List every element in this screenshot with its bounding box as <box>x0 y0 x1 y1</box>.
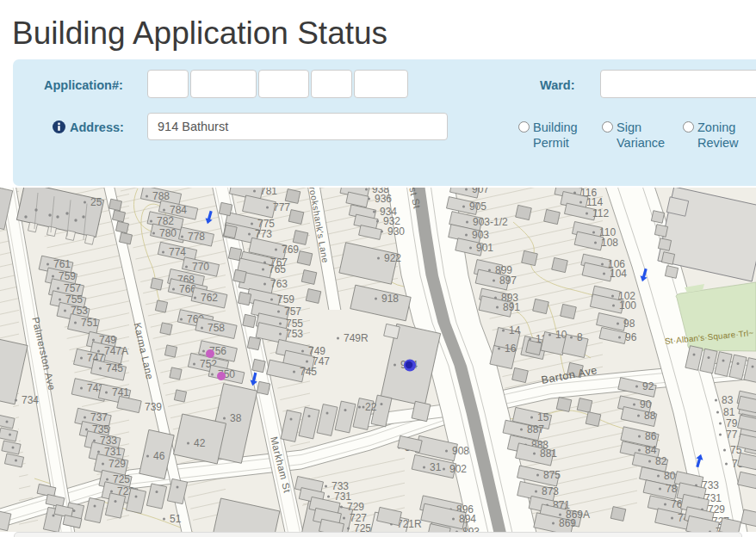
svg-text:84: 84 <box>645 444 657 456</box>
svg-text:907: 907 <box>472 188 489 195</box>
svg-text:14: 14 <box>509 324 521 336</box>
svg-text:739: 739 <box>145 401 162 413</box>
svg-text:90: 90 <box>640 398 652 410</box>
svg-text:78: 78 <box>666 483 678 495</box>
svg-text:22: 22 <box>365 401 377 413</box>
svg-text:729: 729 <box>347 501 364 513</box>
svg-text:759: 759 <box>277 293 294 306</box>
svg-text:31: 31 <box>430 461 442 473</box>
svg-text:112: 112 <box>592 207 609 219</box>
svg-text:747A: 747A <box>104 345 128 357</box>
svg-text:777: 777 <box>273 201 290 213</box>
svg-text:905: 905 <box>469 201 486 213</box>
svg-text:88: 88 <box>644 410 656 422</box>
svg-text:86: 86 <box>645 430 657 442</box>
svg-text:903-1/2: 903-1/2 <box>473 216 508 228</box>
svg-text:96: 96 <box>625 331 637 343</box>
svg-text:749R: 749R <box>344 332 369 344</box>
svg-text:930: 930 <box>387 225 405 238</box>
svg-text:79: 79 <box>726 417 738 429</box>
svg-text:108: 108 <box>601 237 618 249</box>
svg-text:98: 98 <box>623 318 635 330</box>
svg-text:769: 769 <box>282 244 299 256</box>
svg-text:82: 82 <box>655 455 667 467</box>
svg-text:100: 100 <box>619 299 636 312</box>
svg-text:875: 875 <box>543 469 561 481</box>
svg-text:762: 762 <box>201 292 218 304</box>
svg-text:761: 761 <box>53 258 71 270</box>
svg-text:770: 770 <box>192 261 209 273</box>
svg-text:751: 751 <box>81 317 98 329</box>
svg-text:725: 725 <box>354 522 371 532</box>
svg-text:887: 887 <box>527 423 544 435</box>
svg-text:758: 758 <box>208 322 225 334</box>
svg-text:903: 903 <box>472 229 489 241</box>
svg-text:902: 902 <box>449 463 467 475</box>
svg-text:869: 869 <box>559 517 576 529</box>
svg-text:908: 908 <box>452 445 469 457</box>
svg-text:38: 38 <box>230 412 242 424</box>
svg-text:893: 893 <box>462 526 480 532</box>
svg-text:778: 778 <box>188 231 205 243</box>
svg-text:77: 77 <box>726 429 738 441</box>
svg-text:734: 734 <box>22 394 39 406</box>
svg-text:745: 745 <box>300 366 317 378</box>
svg-text:16: 16 <box>505 343 517 355</box>
svg-text:725: 725 <box>113 473 130 485</box>
svg-text:51: 51 <box>170 513 182 525</box>
svg-text:83: 83 <box>722 394 734 406</box>
svg-text:773: 773 <box>255 228 272 240</box>
svg-text:721R: 721R <box>397 518 422 530</box>
svg-text:918: 918 <box>381 293 399 305</box>
svg-text:757: 757 <box>64 282 81 294</box>
svg-text:881: 881 <box>540 448 557 460</box>
svg-text:80: 80 <box>664 470 676 482</box>
svg-text:891: 891 <box>503 301 520 313</box>
svg-text:729: 729 <box>108 458 126 470</box>
svg-text:46: 46 <box>153 450 165 462</box>
svg-text:42: 42 <box>194 437 206 449</box>
svg-text:894: 894 <box>459 513 476 525</box>
svg-text:104: 104 <box>610 268 627 280</box>
svg-text:922: 922 <box>384 252 401 264</box>
svg-text:753: 753 <box>286 328 303 340</box>
svg-text:765: 765 <box>269 263 286 275</box>
svg-text:25: 25 <box>90 196 102 208</box>
svg-text:114: 114 <box>586 196 603 208</box>
svg-text:774: 774 <box>169 246 186 258</box>
svg-text:873: 873 <box>542 485 559 497</box>
svg-text:763: 763 <box>270 278 288 290</box>
svg-text:901: 901 <box>476 242 493 254</box>
svg-text:936: 936 <box>375 193 392 205</box>
svg-text:780: 780 <box>159 227 177 239</box>
svg-text:897: 897 <box>499 275 517 287</box>
svg-text:81: 81 <box>723 406 735 418</box>
svg-text:737: 737 <box>90 411 108 423</box>
svg-text:781: 781 <box>260 188 277 197</box>
svg-text:755: 755 <box>65 293 83 306</box>
svg-text:784: 784 <box>170 204 187 216</box>
svg-text:8: 8 <box>577 331 583 343</box>
svg-text:745: 745 <box>106 362 123 374</box>
svg-text:92: 92 <box>642 380 654 392</box>
svg-text:757: 757 <box>284 306 301 318</box>
svg-text:15: 15 <box>537 411 549 423</box>
